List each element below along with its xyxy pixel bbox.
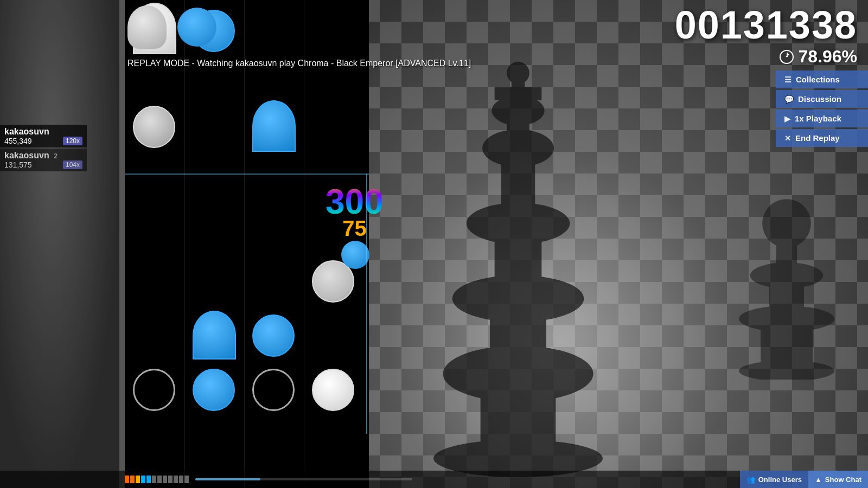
- player-2-name-text: kakaosuvn: [4, 151, 49, 160]
- player-2-rank: 2: [54, 152, 58, 160]
- vertical-indicator-line: [366, 174, 367, 434]
- show-chat-icon: ▲: [815, 476, 822, 484]
- online-users-icon: 👥: [746, 476, 755, 484]
- col-divider-2: [244, 0, 245, 488]
- end-replay-icon: ✕: [784, 134, 791, 143]
- svg-point-23: [762, 199, 811, 248]
- end-replay-button[interactable]: ✕ End Replay: [776, 129, 868, 147]
- note-blue-bot-2: [193, 311, 236, 359]
- progress-block-12: [184, 476, 189, 483]
- collections-label: Collections: [796, 75, 840, 84]
- chess-king-svg: [423, 54, 613, 477]
- progress-block-10: [174, 476, 178, 483]
- progress-block-8: [163, 476, 167, 483]
- note-white-mid-1: [133, 106, 175, 148]
- player-2-combo: 104x: [63, 160, 82, 169]
- progress-block-3: [136, 476, 140, 483]
- player-entry-1: kakaosuvn 455,349 120x: [0, 125, 87, 147]
- bg-left: [0, 0, 119, 488]
- discussion-icon: 💬: [784, 95, 794, 104]
- progress-block-6: [152, 476, 156, 483]
- progress-block-4: [141, 476, 145, 483]
- note-blue-mid-3: [252, 100, 296, 152]
- show-chat-button[interactable]: ▲ Show Chat: [808, 471, 868, 488]
- chess-pawn-svg: [732, 163, 841, 380]
- player-2-score-row: 131,575 104x: [4, 160, 82, 169]
- col-divider-3: [304, 0, 304, 488]
- note-dark-bot-3: [252, 369, 295, 411]
- accuracy-value: 78.96%: [798, 47, 857, 67]
- progress-bar-container: [125, 476, 412, 483]
- score-ball: [341, 241, 369, 269]
- replay-mode-text: REPLAY MODE - Watching kakaosuvn play Ch…: [127, 59, 471, 68]
- playback-button[interactable]: ▶ 1x Playback: [776, 110, 868, 127]
- progress-block-5: [146, 476, 151, 483]
- collections-icon: ☰: [784, 75, 792, 84]
- avatar-white: [127, 5, 171, 49]
- playback-label: 1x Playback: [795, 114, 841, 123]
- note-blue-bot-bot-2: [193, 369, 235, 411]
- score-display: 00131338 78.96%: [675, 5, 857, 67]
- accuracy-clock-icon: [780, 50, 794, 64]
- judgment-line: [125, 174, 369, 175]
- score-300-display: 300: [326, 184, 384, 219]
- seek-progress: [195, 478, 260, 480]
- progress-block-11: [179, 476, 183, 483]
- avatar-blue-shape: [177, 8, 216, 47]
- discussion-label: Discussion: [798, 94, 841, 104]
- svg-rect-15: [495, 87, 542, 100]
- avatar-blue: [177, 5, 221, 49]
- player-1-combo: 120x: [63, 137, 82, 145]
- avatars-display: [127, 5, 221, 49]
- svg-point-16: [507, 62, 529, 85]
- col-divider-1: [184, 0, 185, 488]
- show-chat-label: Show Chat: [825, 476, 861, 484]
- note-blue-bot-3: [252, 314, 295, 357]
- note-white-bot-4: [312, 369, 354, 411]
- player-scores-panel: kakaosuvn 455,349 120x kakaosuvn 2 131,5…: [0, 125, 87, 172]
- discussion-button[interactable]: 💬 Discussion: [776, 90, 868, 108]
- bottom-bar: 👥 Online Users ▲ Show Chat: [0, 471, 868, 488]
- player-1-score-row: 455,349 120x: [4, 137, 82, 145]
- online-users-button[interactable]: 👥 Online Users: [740, 471, 808, 488]
- score-75-display: 75: [326, 216, 384, 269]
- player-2-name: kakaosuvn 2: [4, 151, 82, 160]
- accuracy-row: 78.96%: [675, 47, 857, 67]
- collections-button[interactable]: ☰ Collections: [776, 70, 868, 88]
- progress-block-1: [125, 476, 129, 483]
- player-2-score: 131,575: [4, 160, 32, 169]
- score-number: 00131338: [675, 5, 857, 44]
- game-area: 300 75: [125, 0, 369, 488]
- player-1-score: 455,349: [4, 137, 32, 145]
- bottom-right-buttons: 👥 Online Users ▲ Show Chat: [740, 471, 868, 488]
- end-replay-label: End Replay: [795, 133, 840, 143]
- player-entry-2: kakaosuvn 2 131,575 104x: [0, 149, 87, 171]
- progress-block-7: [157, 476, 162, 483]
- online-users-label: Online Users: [758, 476, 802, 484]
- avatar-white-shape: [127, 5, 167, 49]
- progress-block-9: [168, 476, 173, 483]
- right-panel: ☰ Collections 💬 Discussion ▶ 1x Playback…: [776, 70, 868, 147]
- player-1-name: kakaosuvn: [4, 127, 82, 137]
- progress-block-2: [130, 476, 135, 483]
- playback-icon: ▶: [784, 114, 790, 123]
- note-dark-bot-1: [133, 369, 175, 411]
- seek-bar[interactable]: [195, 478, 412, 480]
- score-popup: 300 75: [326, 184, 384, 269]
- score-75-text: 75: [342, 216, 367, 240]
